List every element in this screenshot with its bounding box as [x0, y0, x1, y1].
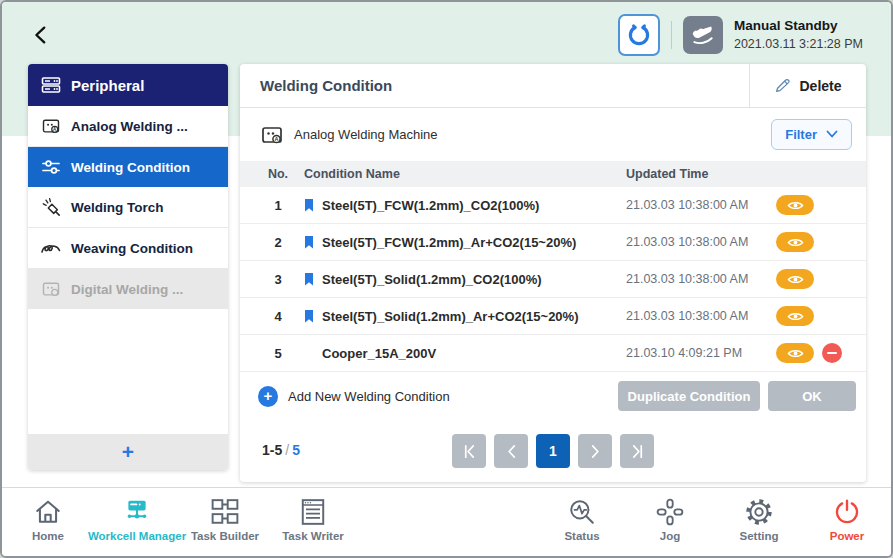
nav-task-writer[interactable]: Task Writer: [258, 495, 368, 542]
ok-button[interactable]: OK: [768, 381, 856, 411]
sidebar-item-digital-welding: Digital Welding ...: [28, 269, 228, 309]
sidebar-header-peripheral: Peripheral: [28, 64, 228, 106]
eye-icon: [787, 200, 804, 211]
nav-label: Power: [792, 530, 893, 542]
welding-torch-icon: [41, 197, 61, 217]
robot-gripper-button[interactable]: [618, 14, 660, 56]
add-condition-row: + Add New Welding Condition Duplicate Co…: [240, 372, 866, 420]
filter-label: Filter: [785, 127, 817, 142]
last-page-button[interactable]: [620, 434, 654, 468]
condition-name: Cooper_15A_200V: [322, 346, 436, 361]
row-number: 3: [258, 272, 298, 287]
pagination-row: 1-5/5 1: [240, 420, 866, 482]
main-panel: Welding Condition Delete A Analog Weldin…: [240, 64, 866, 482]
robot-gripper-icon: [627, 23, 651, 47]
top-right-cluster: Manual Standby 2021.03.11 3:21:28 PM: [618, 14, 863, 56]
sliders-icon: [41, 157, 61, 177]
remove-condition-button[interactable]: [822, 343, 842, 363]
updated-time: 21.03.03 10:38:00 AM: [626, 235, 776, 249]
sidebar-header-label: Peripheral: [71, 77, 144, 94]
condition-name: Steel(5T)_Solid(1.2mm)_Ar+CO2(15~20%): [322, 309, 578, 324]
app-window: Manual Standby 2021.03.11 3:21:28 PM Per…: [0, 0, 893, 558]
condition-name: Steel(5T)_FCW(1.2mm)_Ar+CO2(15~20%): [322, 235, 576, 250]
pencil-icon: [774, 77, 791, 94]
updated-time: 21.03.10 4:09:21 PM: [626, 346, 776, 360]
duplicate-condition-button[interactable]: Duplicate Condition: [618, 381, 760, 411]
bookmark-icon: [304, 236, 314, 249]
page-number-button[interactable]: 1: [536, 434, 570, 468]
sidebar-item-label: Welding Torch: [71, 200, 164, 215]
nav-power[interactable]: Power: [792, 495, 893, 542]
condition-name: Steel(5T)_FCW(1.2mm)_CO2(100%): [322, 198, 539, 213]
add-plus-icon[interactable]: +: [258, 386, 278, 407]
bookmark-icon: [304, 310, 314, 323]
first-page-icon: [462, 444, 477, 459]
plus-icon: +: [122, 440, 134, 464]
delete-button[interactable]: Delete: [749, 64, 866, 107]
machine-row: A Analog Welding Machine Filter: [240, 108, 866, 161]
sidebar: Peripheral A Analog Welding ...: [28, 64, 228, 470]
table-row[interactable]: 5 Cooper_15A_200V 21.03.10 4:09:21 PM: [240, 335, 866, 372]
bookmark-icon: [304, 199, 314, 212]
sidebar-item-welding-condition[interactable]: Welding Condition: [28, 147, 228, 187]
updated-time: 21.03.03 10:38:00 AM: [626, 272, 776, 286]
col-condition-name: Condition Name: [298, 167, 626, 181]
eye-icon: [787, 311, 804, 322]
nav-label: Task Writer: [258, 530, 368, 542]
weaving-icon: [41, 238, 61, 258]
chevron-left-icon: [30, 23, 52, 47]
last-page-icon: [630, 444, 645, 459]
updated-time: 21.03.03 10:38:00 AM: [626, 198, 776, 212]
view-condition-button[interactable]: [776, 195, 814, 215]
delete-label: Delete: [799, 78, 841, 94]
peripheral-icon: [41, 75, 61, 95]
sidebar-item-label: Welding Condition: [71, 160, 190, 175]
table-row[interactable]: 2 Steel(5T)_FCW(1.2mm)_Ar+CO2(15~20%) 21…: [240, 224, 866, 261]
table-row[interactable]: 3 Steel(5T)_Solid(1.2mm)_CO2(100%) 21.03…: [240, 261, 866, 298]
bookmark-icon: [304, 273, 314, 286]
minus-icon: [827, 352, 837, 355]
bottom-nav: Home Workcell Manager: [2, 487, 891, 556]
view-condition-button[interactable]: [776, 343, 814, 363]
table-row[interactable]: 1 Steel(5T)_FCW(1.2mm)_CO2(100%) 21.03.0…: [240, 187, 866, 224]
sidebar-filler: [28, 309, 228, 434]
filter-button[interactable]: Filter: [771, 119, 852, 150]
main-header: Welding Condition Delete: [240, 64, 866, 108]
welding-machine-icon: A: [260, 123, 284, 147]
back-button[interactable]: [24, 18, 58, 52]
sidebar-add-button[interactable]: +: [28, 434, 228, 470]
view-condition-button[interactable]: [776, 269, 814, 289]
eye-icon: [787, 237, 804, 248]
next-page-button[interactable]: [578, 434, 612, 468]
table-row[interactable]: 4 Steel(5T)_Solid(1.2mm)_Ar+CO2(15~20%) …: [240, 298, 866, 335]
row-number: 4: [258, 309, 298, 324]
eye-icon: [787, 348, 804, 359]
welding-machine-icon: A: [41, 116, 61, 136]
view-condition-button[interactable]: [776, 306, 814, 326]
welding-machine-icon: [41, 279, 61, 299]
chevron-down-icon: [826, 130, 838, 139]
robot-status: Manual Standby 2021.03.11 3:21:28 PM: [734, 18, 863, 51]
sidebar-item-analog-welding[interactable]: A Analog Welding ...: [28, 106, 228, 147]
col-no: No.: [258, 167, 298, 181]
sidebar-item-welding-torch[interactable]: Welding Torch: [28, 187, 228, 228]
top-bar-divider: [671, 21, 672, 49]
hand-icon: [690, 23, 716, 47]
robot-status-time: 2021.03.11 3:21:28 PM: [734, 37, 863, 52]
chevron-right-icon: [589, 444, 602, 459]
view-condition-button[interactable]: [776, 232, 814, 252]
sidebar-item-weaving-condition[interactable]: Weaving Condition: [28, 228, 228, 269]
row-number: 1: [258, 198, 298, 213]
first-page-button[interactable]: [452, 434, 486, 468]
table-header: No. Condition Name Updated Time: [240, 161, 866, 187]
sidebar-item-label: Analog Welding ...: [71, 119, 188, 134]
add-new-condition-label[interactable]: Add New Welding Condition: [288, 389, 450, 404]
col-updated-time: Updated Time: [626, 167, 776, 181]
sidebar-item-label: Weaving Condition: [71, 241, 193, 256]
manual-mode-indicator[interactable]: [683, 16, 723, 54]
page-title: Welding Condition: [240, 77, 749, 94]
condition-name: Steel(5T)_Solid(1.2mm)_CO2(100%): [322, 272, 542, 287]
prev-page-button[interactable]: [494, 434, 528, 468]
chevron-left-icon: [505, 444, 518, 459]
robot-status-title: Manual Standby: [734, 18, 863, 34]
